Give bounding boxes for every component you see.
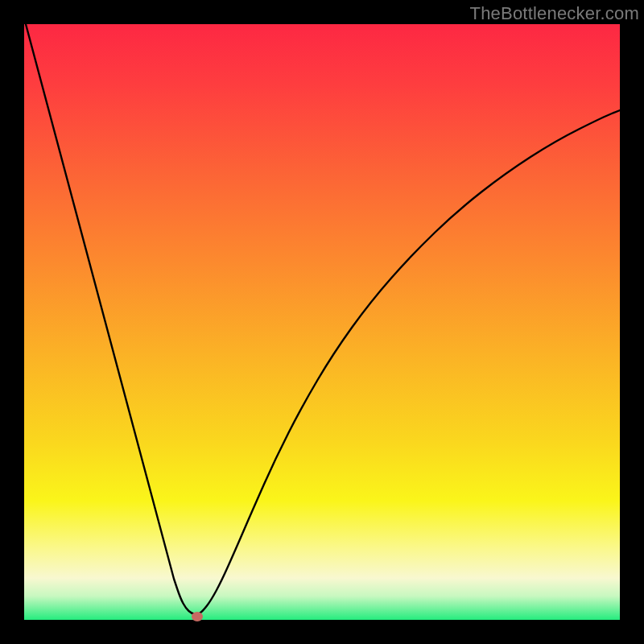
bottleneck-curve bbox=[26, 24, 620, 614]
plot-area bbox=[24, 24, 620, 620]
watermark-text: TheBottlenecker.com bbox=[470, 3, 639, 24]
minimum-marker bbox=[192, 612, 203, 621]
curve-svg bbox=[24, 24, 620, 620]
chart-frame: TheBottlenecker.com bbox=[0, 0, 644, 644]
